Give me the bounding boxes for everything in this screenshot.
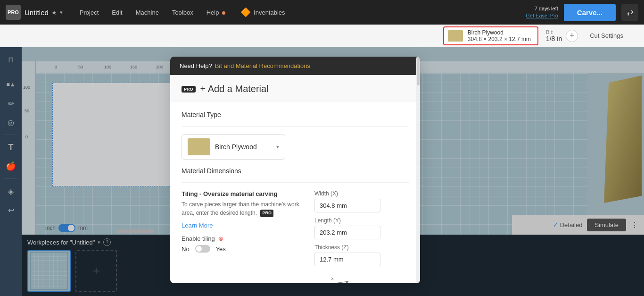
width-field: Width (X): [314, 190, 409, 212]
tiling-section: Tiling - Oversize material carving To ca…: [182, 190, 409, 283]
toolbar-shapes[interactable]: ■▲: [2, 76, 19, 93]
enable-tiling-label: Enable tiling: [182, 235, 215, 242]
toolbar-divider-1: [4, 72, 17, 72]
days-left-text: 7 days left: [526, 5, 558, 12]
dimensions-section: Material Dimensions Tiling - Oversize ma…: [182, 167, 409, 283]
modal-scrollthumb: [417, 57, 420, 85]
length-label: Length (Y): [314, 217, 409, 224]
toolbar-divider-3: [4, 178, 17, 179]
material-type-label: Material Type: [182, 111, 409, 118]
nav-project[interactable]: Project: [74, 6, 104, 19]
pro-logo: PRO: [6, 5, 21, 20]
material-diagram: X Y Z: [314, 272, 409, 283]
nav-machine[interactable]: Machine: [130, 6, 165, 19]
length-field: Length (Y): [314, 217, 409, 239]
inventables-icon: 🔶: [240, 7, 251, 17]
thickness-input[interactable]: [314, 253, 380, 266]
pro-inline-badge: PRO: [260, 210, 273, 217]
material-display[interactable]: Birch Plywood 304.8 × 203.2 × 12.7 mm: [443, 26, 538, 45]
thickness-label: Thickness (Z): [314, 244, 409, 251]
material-selector-chevron-icon: ▾: [276, 144, 279, 150]
nav-toolbox[interactable]: Toolbox: [166, 6, 199, 19]
divider-1: [182, 126, 409, 127]
main-area: ⊓ ■▲ ✏ ◎ T 🍎 ◈ ↩ 0 50 100 150 200 250 30…: [0, 47, 644, 296]
topbar: PRO Untitled ★ ▾ Project Edit Machine To…: [0, 0, 644, 25]
modal-title: + Add a Material: [200, 84, 269, 94]
tiling-toggle[interactable]: [195, 245, 210, 253]
tiling-right: Width (X) Length (Y) Thickness (Z): [314, 190, 409, 283]
modal-header: PRO + Add a Material: [170, 75, 420, 101]
width-input[interactable]: [314, 199, 380, 212]
get-pro-link[interactable]: Get Easel Pro: [526, 12, 558, 19]
bit-section: Bit: 1/8 in + Cut Settings: [538, 29, 638, 42]
material-dims: 304.8 × 203.2 × 12.7 mm: [468, 36, 531, 42]
left-toolbar: ⊓ ■▲ ✏ ◎ T 🍎 ◈ ↩: [0, 47, 22, 296]
modal-scrollbar[interactable]: [416, 57, 420, 283]
bit-value: 1/8 in: [546, 35, 562, 42]
svg-marker-6: [321, 283, 323, 283]
main-nav: Project Edit Machine Toolbox Help: [74, 6, 231, 19]
tiling-left: Tiling - Oversize material carving To ca…: [182, 190, 303, 283]
cut-settings-button[interactable]: Cut Settings: [582, 32, 631, 39]
modal-help-bar: Need Help? Bit and Material Recommendati…: [170, 57, 420, 75]
title-chevron-icon[interactable]: ▾: [60, 9, 63, 16]
help-text: Need Help?: [180, 62, 212, 69]
learn-more-link[interactable]: Learn More: [182, 222, 213, 229]
tiling-toggle-knob: [196, 246, 202, 252]
width-label: Width (X): [314, 190, 409, 197]
toolbar-back[interactable]: ↩: [2, 202, 19, 219]
tiling-desc: To carve pieces larger than the machine'…: [182, 200, 303, 217]
add-bit-button[interactable]: +: [566, 30, 578, 42]
toolbar-draw[interactable]: ✏: [2, 95, 19, 112]
toolbar-apps[interactable]: 🍎: [2, 158, 19, 175]
inventables-button[interactable]: 🔶 Inventables: [235, 4, 291, 20]
carve-button[interactable]: Carve...: [564, 4, 616, 21]
material-selector[interactable]: Birch Plywood ▾: [182, 134, 285, 160]
modal-body: Material Type Birch Plywood ▾ Material D…: [170, 101, 420, 283]
material-info: Birch Plywood 304.8 × 203.2 × 12.7 mm: [468, 29, 531, 42]
svg-line-4: [321, 281, 348, 283]
enable-tiling: Enable tiling ⊗ No Yes: [182, 235, 303, 253]
tiling-yes-label: Yes: [216, 245, 226, 253]
nav-help[interactable]: Help: [201, 6, 231, 19]
pro-badge: PRO: [182, 86, 196, 93]
toolbar-text[interactable]: T: [2, 139, 19, 156]
material-selector-name: Birch Plywood: [215, 143, 272, 151]
material-selector-swatch: [188, 138, 210, 155]
days-left-info: 7 days left Get Easel Pro: [526, 5, 558, 20]
dimensions-label: Material Dimensions: [182, 167, 409, 175]
dimensions-fields: Width (X) Length (Y) Thickness (Z): [314, 190, 409, 266]
help-link[interactable]: Bit and Material Recommendations: [215, 62, 310, 69]
material-modal: Need Help? Bit and Material Recommendati…: [170, 57, 420, 283]
title-text: Untitled: [25, 8, 49, 17]
length-input[interactable]: [314, 226, 380, 239]
help-notification-dot: [222, 11, 225, 15]
star-icon[interactable]: ★: [51, 9, 57, 16]
diagram-svg: X Y Z: [314, 272, 366, 283]
nav-edit[interactable]: Edit: [106, 6, 128, 19]
toolbar-divider-2: [4, 135, 17, 135]
topbar-right: 7 days left Get Easel Pro Carve... ⇄: [526, 4, 638, 21]
material-name: Birch Plywood: [468, 29, 531, 36]
modal-overlay: Need Help? Bit and Material Recommendati…: [22, 47, 644, 296]
arrows-button[interactable]: ⇄: [621, 4, 638, 21]
thickness-field: Thickness (Z): [314, 244, 409, 266]
bit-label: Bit:: [546, 29, 562, 35]
app-title: Untitled ★ ▾: [25, 8, 63, 17]
divider-2: [182, 182, 409, 183]
tiling-title: Tiling - Oversize material carving: [182, 190, 303, 197]
svg-text:X: X: [331, 277, 334, 281]
tiling-warning-icon: ⊗: [218, 235, 223, 242]
tiling-no-label: No: [182, 245, 190, 253]
toolbar-collapse[interactable]: ⊓: [2, 51, 19, 68]
toolbar-target[interactable]: ◎: [2, 114, 19, 131]
canvas-area: 0 50 100 150 200 250 300 100 50 0 inch: [22, 47, 644, 296]
toolbar-import[interactable]: ◈: [2, 183, 19, 200]
material-bar: Birch Plywood 304.8 × 203.2 × 12.7 mm Bi…: [0, 25, 644, 47]
material-swatch: [448, 30, 463, 42]
